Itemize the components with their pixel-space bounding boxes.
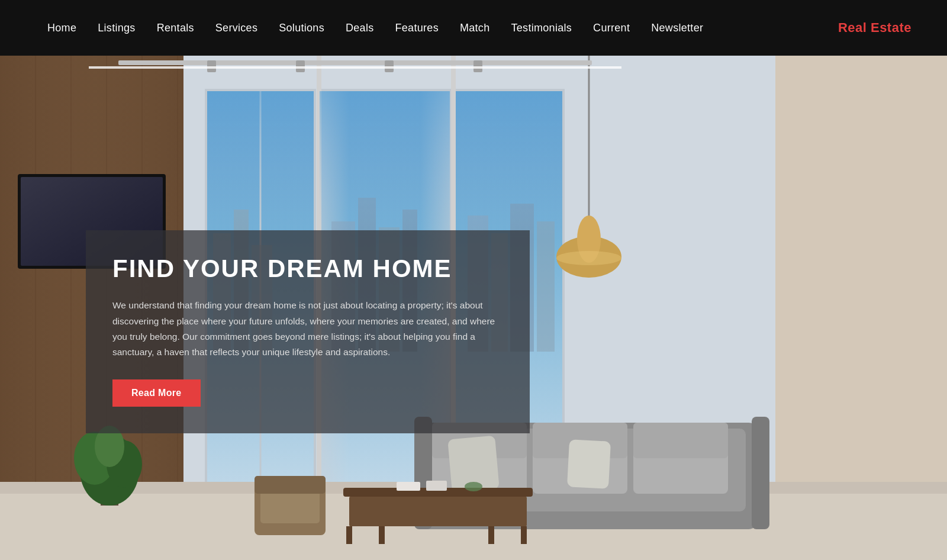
nav-item-features[interactable]: Features [395,22,439,34]
main-navigation: Home Listings Rentals Services Solutions… [0,0,947,56]
nav-item-solutions[interactable]: Solutions [279,22,324,34]
nav-item-match[interactable]: Match [460,22,490,34]
nav-link-deals[interactable]: Deals [346,22,374,34]
nav-link-features[interactable]: Features [395,22,439,34]
nav-item-testimonials[interactable]: Testimonials [511,22,572,34]
svg-rect-62 [349,497,527,526]
hero-section: FIND YOUR DREAM HOME We understand that … [0,56,947,560]
hero-description: We understand that finding your dream ho… [112,298,503,360]
nav-link-newsletter[interactable]: Newsletter [651,22,703,34]
svg-rect-40 [320,91,450,239]
svg-point-46 [556,251,621,265]
svg-rect-38 [537,221,555,352]
nav-link-match[interactable]: Match [460,22,490,34]
svg-rect-66 [488,526,494,544]
nav-link-services[interactable]: Services [215,22,257,34]
nav-item-rentals[interactable]: Rentals [157,22,194,34]
nav-link-home[interactable]: Home [47,22,76,34]
svg-rect-41 [456,91,562,239]
nav-item-deals[interactable]: Deals [346,22,374,34]
svg-rect-75 [118,60,592,65]
svg-rect-82 [426,481,447,491]
nav-item-newsletter[interactable]: Newsletter [651,22,703,34]
brand-logo: Real Estate [838,20,911,36]
svg-rect-39 [207,91,314,239]
svg-rect-63 [346,526,352,544]
nav-link-rentals[interactable]: Rentals [157,22,194,34]
svg-rect-58 [752,417,769,529]
nav-link-current[interactable]: Current [593,22,630,34]
hero-content-overlay: FIND YOUR DREAM HOME We understand that … [86,230,530,433]
svg-point-83 [465,482,482,491]
svg-rect-60 [567,439,611,489]
svg-rect-80 [89,66,621,69]
nav-item-home[interactable]: Home [47,22,76,34]
svg-rect-65 [379,526,385,544]
nav-item-services[interactable]: Services [215,22,257,34]
svg-rect-64 [521,526,527,544]
nav-link-testimonials[interactable]: Testimonials [511,22,572,34]
svg-rect-74 [255,476,326,494]
svg-rect-56 [633,423,728,458]
nav-item-current[interactable]: Current [593,22,630,34]
nav-link-solutions[interactable]: Solutions [279,22,324,34]
svg-rect-81 [397,482,420,491]
nav-link-listings[interactable]: Listings [98,22,135,34]
nav-item-listings[interactable]: Listings [98,22,135,34]
read-more-button[interactable]: Read More [112,379,201,407]
hero-title: FIND YOUR DREAM HOME [112,254,503,284]
nav-links: Home Listings Rentals Services Solutions… [47,22,703,34]
